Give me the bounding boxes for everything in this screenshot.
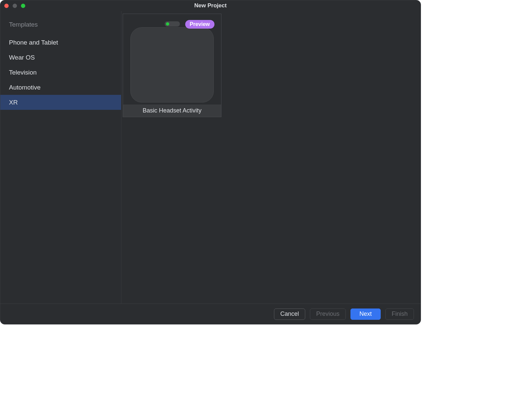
previous-button: Previous [310,308,346,320]
window-zoom-icon[interactable] [21,4,25,8]
cancel-button[interactable]: Cancel [274,308,305,320]
window-title: New Project [194,2,226,9]
headset-panel-icon [130,27,214,102]
sidebar-item-television[interactable]: Television [0,65,121,80]
sidebar-item-list: Phone and Tablet Wear OS Television Auto… [0,35,121,110]
sidebar-item-label: XR [9,99,18,106]
button-label: Cancel [280,310,299,317]
window-close-icon[interactable] [4,4,9,8]
sidebar-item-automotive[interactable]: Automotive [0,80,121,95]
sidebar-heading: Templates [0,21,121,35]
templates-grid: Preview Basic Headset Activity [121,11,421,303]
sidebar-item-label: Wear OS [9,54,35,61]
headset-toggle-icon [165,21,180,27]
title-bar: New Project [0,0,421,11]
toggle-indicator-icon [166,22,169,26]
window-controls [4,4,25,8]
sidebar-item-phone-and-tablet[interactable]: Phone and Tablet [0,35,121,50]
button-label: Finish [392,310,408,317]
wizard-footer: Cancel Previous Next Finish [0,303,421,324]
button-label: Previous [316,310,339,317]
template-card-basic-headset-activity[interactable]: Preview Basic Headset Activity [123,14,221,117]
finish-button: Finish [385,308,414,320]
preview-badge: Preview [185,20,214,29]
sidebar-item-wear-os[interactable]: Wear OS [0,50,121,65]
new-project-window: New Project Templates Phone and Tablet W… [0,0,421,324]
sidebar-item-label: Phone and Tablet [9,39,58,46]
window-minimize-icon[interactable] [13,4,17,8]
sidebar-item-label: Television [9,69,37,76]
content-area: Templates Phone and Tablet Wear OS Telev… [0,11,421,303]
template-thumbnail: Preview [123,14,221,104]
templates-sidebar: Templates Phone and Tablet Wear OS Telev… [0,11,121,303]
button-label: Next [359,310,372,317]
template-caption: Basic Headset Activity [123,104,221,117]
sidebar-item-label: Automotive [9,84,41,91]
next-button[interactable]: Next [350,308,381,320]
sidebar-item-xr[interactable]: XR [0,95,121,110]
